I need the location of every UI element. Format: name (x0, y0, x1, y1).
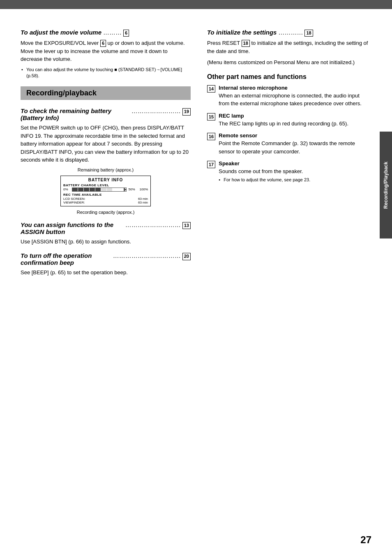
rta-lcd-row: LCD SCREEN: 63 min (63, 197, 148, 201)
assign-title: You can assign functions to the ASSIGN b… (21, 221, 191, 235)
initialize-title: To initialize the settings ………… 18 (207, 29, 371, 37)
right-column: To initialize the settings ………… 18 Press… (207, 29, 371, 283)
part-body-15: The REC lamp lights up in red during rec… (219, 120, 371, 128)
part-content-15: REC lamp The REC lamp lights up in red d… (219, 113, 371, 128)
movie-volume-section: To adjust the movie volume ……… 6 Move th… (21, 29, 191, 79)
lcd-label: LCD SCREEN: (63, 197, 85, 201)
part-item-15: 15 REC lamp The REC lamp lights up in re… (207, 113, 371, 128)
beep-title: To turn off the operation confirmation b… (21, 252, 191, 266)
battery-bar (72, 188, 127, 192)
part-title-14: Internal stereo microphone (219, 85, 371, 91)
initialize-body: Press RESET 18 to initialize all the set… (207, 39, 371, 55)
battery-bar-row: 0% (63, 188, 148, 192)
recording-playback-banner: Recording/playback (21, 86, 191, 100)
rta-vf-row: VIEWFINDER: 63 min (63, 201, 148, 204)
part-content-17: Speaker Sounds come out from the speaker… (219, 160, 371, 183)
battery-body: Set the POWER switch up to OFF (CHG), th… (21, 124, 191, 164)
pct-0: 0% (63, 188, 71, 191)
bar-arrow (124, 188, 127, 192)
battery-number: 19 (182, 108, 191, 115)
part-item-14: 14 Internal stereo microphone When an ex… (207, 85, 371, 108)
left-column: To adjust the movie volume ……… 6 Move th… (21, 29, 191, 283)
bar-seg-2 (78, 188, 84, 191)
diagram-caption-top: Remaining battery (approx.) (21, 167, 191, 172)
other-parts-section: Other part names and functions 14 Intern… (207, 73, 371, 183)
pct-50: 50% (129, 188, 135, 191)
page: Recording/Playback To adjust the movie v… (0, 0, 392, 558)
initialize-section: To initialize the settings ………… 18 Press… (207, 29, 371, 67)
part-content-14: Internal stereo microphone When an exter… (219, 85, 371, 108)
content-area: To adjust the movie volume ……… 6 Move th… (21, 29, 371, 283)
bar-seg-4 (90, 188, 95, 191)
page-number: 27 (360, 534, 371, 546)
movie-volume-body: Move the EXPOSURE/VOL lever 6 up or down… (21, 39, 191, 63)
rta-label: REC TIME AVAILABLE (63, 193, 148, 197)
right-tab-label: Recording/Playback (383, 162, 389, 209)
part-title-16: Remote sensor (219, 132, 371, 139)
initialize-number: 18 (304, 30, 313, 37)
assign-section: You can assign functions to the ASSIGN b… (21, 221, 191, 246)
pct-100: 100% (140, 188, 148, 191)
vf-value: 63 min (138, 201, 148, 204)
movie-volume-title: To adjust the movie volume ……… 6 (21, 29, 191, 37)
battery-diagram: BATTERY INFO BATTERY CHARGE LEVEL 0% (60, 176, 151, 206)
movie-volume-bullet: You can also adjust the volume by touchi… (26, 67, 191, 79)
bar-seg-6 (101, 188, 107, 191)
part-item-16: 16 Remote sensor Point the Remote Comman… (207, 132, 371, 155)
battery-title: To check the remaining battery (Battery … (21, 107, 191, 121)
beep-body: See [BEEP] (p. 65) to set the operation … (21, 269, 191, 277)
bar-seg-3 (84, 188, 90, 191)
part-number-16: 16 (207, 133, 215, 140)
right-tab: Recording/Playback (380, 132, 392, 238)
inline-number-6: 6 (100, 40, 106, 47)
vf-label: VIEWFINDER: (63, 201, 85, 204)
part-title-15: REC lamp (219, 113, 371, 119)
bar-seg-7 (107, 188, 113, 191)
other-parts-heading: Other part names and functions (207, 73, 371, 81)
beep-section: To turn off the operation confirmation b… (21, 252, 191, 277)
bar-fill (72, 188, 113, 191)
movie-volume-number: 6 (123, 30, 129, 37)
part-body-16: Point the Remote Commander (p. 32) towar… (219, 139, 371, 155)
beep-number: 20 (182, 253, 191, 260)
bar-seg-5 (95, 188, 101, 191)
initialize-body2: (Menu items customized on Personal Menu … (207, 58, 371, 67)
inline-number-18: 18 (242, 40, 250, 47)
battery-info-title: BATTERY INFO (63, 178, 148, 182)
lcd-value: 63 min (138, 197, 148, 201)
part-item-17: 17 Speaker Sounds come out from the spea… (207, 160, 371, 183)
charge-level-label: BATTERY CHARGE LEVEL (63, 183, 148, 187)
diagram-caption-bottom: Recording capacity (approx.) (21, 210, 191, 215)
bar-seg-1 (72, 188, 78, 191)
battery-section: To check the remaining battery (Battery … (21, 107, 191, 215)
part-body-17: Sounds come out from the speaker. (219, 167, 371, 176)
part-number-14: 14 (207, 85, 215, 93)
part-number-17: 17 (207, 161, 215, 168)
part-title-17: Speaker (219, 160, 371, 167)
part-body-14: When an external microphone is connected… (219, 92, 371, 108)
top-bar (0, 0, 392, 9)
assign-number: 13 (182, 222, 191, 229)
part-bullet-17: For how to adjust the volume, see page 2… (219, 177, 371, 183)
part-content-16: Remote sensor Point the Remote Commander… (219, 132, 371, 155)
assign-body: Use [ASSIGN BTN] (p. 66) to assign funct… (21, 238, 191, 246)
part-number-15: 15 (207, 113, 215, 120)
